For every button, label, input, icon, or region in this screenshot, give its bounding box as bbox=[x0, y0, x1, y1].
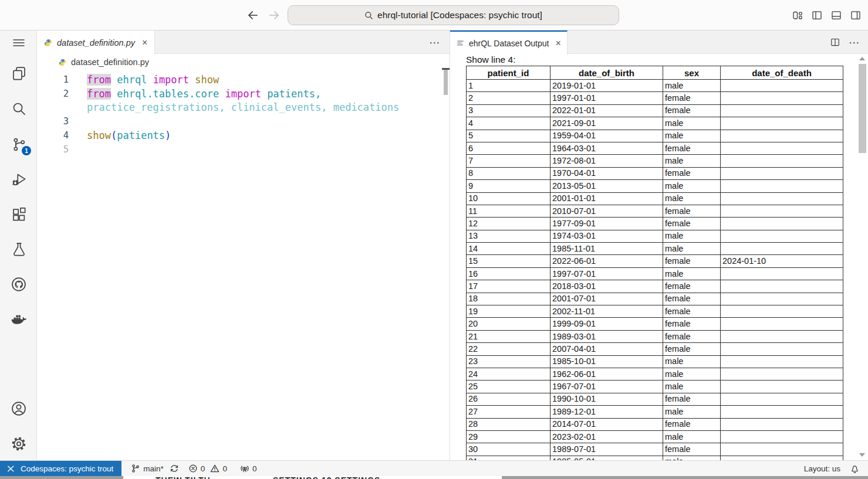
table-cell: 1959-04-01 bbox=[550, 130, 663, 142]
table-row: 271989-12-01male bbox=[467, 406, 843, 418]
line-number: 2 bbox=[37, 87, 69, 101]
branch-indicator[interactable]: main* bbox=[131, 464, 164, 473]
editor-scrollbar[interactable] bbox=[444, 70, 448, 95]
table-cell: 1990-10-01 bbox=[550, 393, 663, 405]
table-cell: 1985-11-01 bbox=[550, 243, 663, 255]
forward-button[interactable] bbox=[268, 9, 281, 22]
table-cell bbox=[721, 130, 843, 142]
scrollbar-thumb[interactable] bbox=[859, 64, 866, 153]
table-cell bbox=[721, 80, 843, 92]
table-header-row: patient_iddate_of_birthsexdate_of_death bbox=[467, 66, 843, 80]
table-cell: female bbox=[663, 330, 721, 342]
table-cell bbox=[721, 381, 843, 393]
back-button[interactable] bbox=[246, 9, 259, 22]
table-cell: 23 bbox=[467, 355, 550, 368]
table-cell: 2014-07-01 bbox=[550, 418, 663, 430]
activity-item-explorer[interactable] bbox=[10, 64, 28, 82]
table-row: 201999-09-01female bbox=[467, 318, 843, 330]
tab-ehrql-dataset-output[interactable]: ehrQL Dataset Output × bbox=[450, 30, 568, 55]
background-window-strip: THEW TILTH SETTINGS 12 SETTINGS bbox=[0, 476, 868, 479]
tab-dataset-definition[interactable]: dataset_definition.py × bbox=[37, 30, 155, 55]
toggle-left-sidebar-icon[interactable] bbox=[812, 10, 822, 21]
code-editor[interactable]: 1from ehrql import show2from ehrql.table… bbox=[37, 70, 450, 157]
table-row: 32022-01-01female bbox=[467, 104, 843, 117]
line-number: 1 bbox=[37, 73, 69, 87]
toggle-bottom-panel-icon[interactable] bbox=[831, 10, 842, 21]
table-cell: 5 bbox=[467, 130, 550, 142]
dataset-table: patient_iddate_of_birthsexdate_of_death … bbox=[466, 66, 843, 460]
sync-button[interactable] bbox=[170, 464, 179, 473]
clipped-text-fragment: SETTINGS 12 SETTINGS bbox=[273, 476, 380, 479]
table-cell bbox=[721, 104, 843, 117]
remote-label: Codespaces: psychic trout bbox=[21, 464, 113, 473]
scroll-down-icon[interactable] bbox=[859, 453, 865, 457]
layout-indicator[interactable]: Layout: us bbox=[804, 464, 840, 473]
table-cell bbox=[721, 243, 843, 255]
scroll-up-icon[interactable] bbox=[859, 57, 865, 60]
bell-icon bbox=[850, 464, 860, 474]
code-token: import bbox=[153, 74, 189, 86]
activity-item-testing[interactable] bbox=[10, 240, 28, 258]
menu-button[interactable] bbox=[10, 34, 28, 52]
activity-item-settings[interactable] bbox=[10, 435, 28, 453]
table-cell: 7 bbox=[467, 155, 550, 167]
ports-indicator[interactable]: 0 bbox=[240, 464, 257, 473]
webview-scrollbar[interactable] bbox=[859, 55, 866, 458]
table-row: 61964-03-01female bbox=[467, 142, 843, 154]
customize-layout-icon[interactable] bbox=[792, 10, 803, 21]
hamburger-icon bbox=[12, 36, 26, 50]
line-number: 4 bbox=[37, 129, 69, 143]
table-row: 231985-10-01male bbox=[467, 355, 843, 368]
code-token: practice_registrations bbox=[87, 101, 219, 113]
sync-icon bbox=[170, 464, 179, 473]
title-bar: ehrql-tutorial [Codespaces: psychic trou… bbox=[0, 0, 868, 30]
activity-item-github[interactable] bbox=[10, 276, 28, 293]
table-cell: 1989-07-01 bbox=[550, 443, 663, 456]
table-cell: 14 bbox=[467, 243, 550, 255]
table-cell: 1 bbox=[467, 80, 550, 92]
table-cell: male bbox=[663, 180, 721, 192]
dataset-output-webview: Show line 4: patient_iddate_of_birthsexd… bbox=[450, 54, 868, 460]
activity-item-run-debug[interactable] bbox=[10, 171, 28, 188]
table-cell bbox=[721, 192, 843, 205]
table-row: 102001-01-01male bbox=[467, 192, 843, 205]
table-row: 192002-11-01female bbox=[467, 305, 843, 318]
split-editor-icon[interactable] bbox=[830, 38, 840, 47]
table-cell: 1970-04-01 bbox=[550, 167, 663, 179]
close-icon[interactable]: × bbox=[142, 38, 147, 47]
table-cell: female bbox=[663, 142, 721, 154]
table-row: 141985-11-01male bbox=[467, 243, 843, 255]
table-cell: 2001-01-01 bbox=[550, 192, 663, 205]
problems-indicator[interactable]: 0 0 bbox=[188, 464, 227, 473]
table-cell bbox=[721, 293, 843, 305]
table-cell: 2019-01-01 bbox=[550, 80, 663, 92]
table-cell: male bbox=[663, 430, 721, 443]
table-cell: 2024-01-10 bbox=[721, 255, 843, 267]
table-cell bbox=[721, 117, 843, 130]
table-cell: 1967-07-01 bbox=[550, 381, 663, 393]
remote-indicator[interactable]: Codespaces: psychic trout bbox=[0, 461, 121, 476]
tab-label: dataset_definition.py bbox=[57, 38, 135, 47]
code-line: 4show(patients) bbox=[37, 129, 450, 143]
toggle-right-sidebar-icon[interactable] bbox=[850, 10, 861, 21]
column-header: patient_id bbox=[467, 66, 550, 80]
more-actions-icon[interactable]: ⋯ bbox=[849, 36, 860, 49]
activity-item-source-control[interactable]: 1 bbox=[10, 135, 28, 153]
table-row: 222007-04-01female bbox=[467, 343, 843, 355]
activity-item-search[interactable] bbox=[10, 100, 28, 117]
table-cell: male bbox=[663, 130, 721, 142]
code-token: from bbox=[87, 88, 111, 100]
breadcrumb[interactable]: dataset_definition.py bbox=[37, 54, 450, 70]
radio-tower-icon bbox=[240, 464, 249, 473]
notifications-bell[interactable] bbox=[850, 464, 860, 474]
close-icon[interactable]: × bbox=[555, 39, 560, 48]
code-line: practice_registrations, clinical_events,… bbox=[37, 101, 450, 115]
command-center-search[interactable]: ehrql-tutorial [Codespaces: psychic trou… bbox=[288, 5, 619, 25]
more-actions-icon[interactable]: ⋯ bbox=[429, 36, 440, 49]
activity-item-docker[interactable] bbox=[10, 311, 28, 328]
table-cell: male bbox=[663, 243, 721, 255]
output-heading: Show line 4: bbox=[466, 55, 868, 65]
table-cell bbox=[721, 318, 843, 330]
activity-item-extensions[interactable] bbox=[10, 206, 28, 223]
activity-item-account[interactable] bbox=[10, 400, 28, 417]
